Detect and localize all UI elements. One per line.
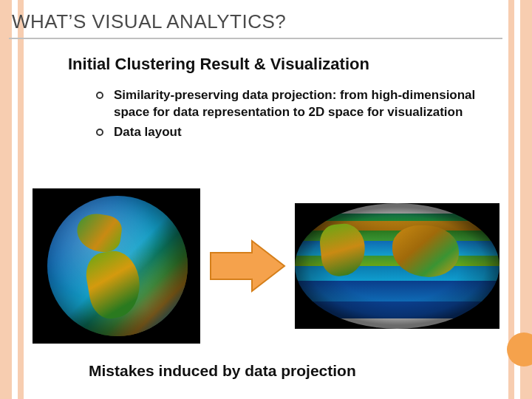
arrow-container xyxy=(208,236,287,296)
world-map-icon xyxy=(295,203,499,329)
bottom-caption: Mistakes induced by data projection xyxy=(89,362,356,380)
bullet-text: Similarity-preserving data projection: f… xyxy=(114,87,480,121)
bullet-list: Similarity-preserving data projection: f… xyxy=(96,87,480,144)
figure-globe xyxy=(33,188,200,344)
right-arrow-icon xyxy=(208,236,287,296)
decor-stripe-left-outer xyxy=(0,0,12,399)
globe-icon xyxy=(47,196,188,336)
decor-stripe-left-accent xyxy=(18,0,24,399)
bullet-icon xyxy=(96,92,103,99)
bullet-icon xyxy=(96,129,103,136)
figure-row xyxy=(33,185,499,347)
list-item: Similarity-preserving data projection: f… xyxy=(96,87,480,121)
slide-title: WHAT’S VISUAL ANALYTICS? xyxy=(9,10,502,39)
list-item: Data layout xyxy=(96,124,480,141)
bullet-text: Data layout xyxy=(114,124,480,141)
slide-subtitle: Initial Clustering Result & Visualizatio… xyxy=(68,55,369,74)
svg-marker-0 xyxy=(211,241,284,291)
figure-world-map xyxy=(295,203,499,329)
